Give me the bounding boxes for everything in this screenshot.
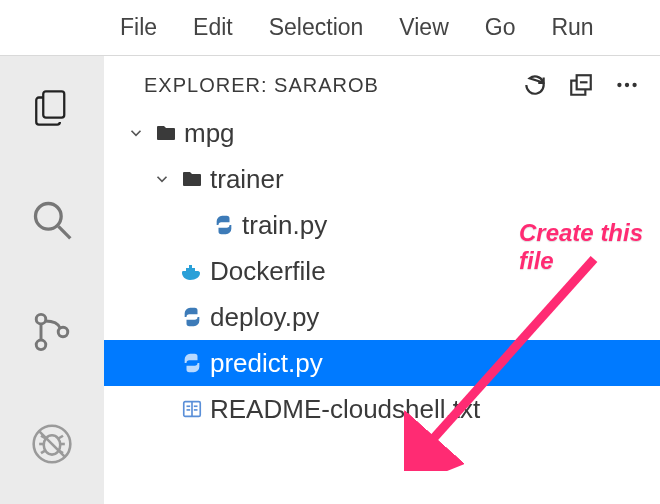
tree-folder-mpg[interactable]: mpg bbox=[104, 110, 660, 156]
svg-point-3 bbox=[36, 314, 46, 324]
search-activity-icon[interactable] bbox=[24, 192, 80, 248]
text-file-icon bbox=[176, 398, 208, 420]
menu-go[interactable]: Go bbox=[485, 14, 516, 41]
python-file-icon bbox=[208, 214, 240, 236]
svg-line-13 bbox=[41, 450, 46, 453]
debug-disabled-activity-icon[interactable] bbox=[24, 416, 80, 472]
explorer-title: EXPLORER: SARAROB bbox=[144, 74, 522, 97]
tree-label: predict.py bbox=[208, 348, 323, 379]
tree-label: mpg bbox=[182, 118, 235, 149]
explorer-sidebar: EXPLORER: SARAROB mpg bbox=[104, 56, 660, 504]
tree-label: train.py bbox=[240, 210, 327, 241]
tree-label: README-cloudshell.txt bbox=[208, 394, 480, 425]
explorer-activity-icon[interactable] bbox=[24, 80, 80, 136]
tree-file-predict[interactable]: predict.py bbox=[104, 340, 660, 386]
svg-point-18 bbox=[625, 83, 629, 87]
menu-file[interactable]: File bbox=[120, 14, 157, 41]
tree-folder-trainer[interactable]: trainer bbox=[104, 156, 660, 202]
folder-icon bbox=[176, 167, 208, 191]
python-file-icon bbox=[176, 306, 208, 328]
python-file-icon bbox=[176, 352, 208, 374]
tree-file-dockerfile[interactable]: Dockerfile bbox=[104, 248, 660, 294]
tree-label: deploy.py bbox=[208, 302, 319, 333]
svg-point-5 bbox=[58, 327, 68, 337]
chevron-down-icon bbox=[122, 124, 150, 142]
svg-rect-0 bbox=[43, 91, 64, 117]
refresh-icon[interactable] bbox=[522, 72, 548, 98]
tree-file-readme[interactable]: README-cloudshell.txt bbox=[104, 386, 660, 432]
svg-line-2 bbox=[58, 226, 70, 238]
menu-edit[interactable]: Edit bbox=[193, 14, 233, 41]
menu-selection[interactable]: Selection bbox=[269, 14, 364, 41]
svg-point-17 bbox=[617, 83, 621, 87]
docker-file-icon bbox=[176, 259, 208, 283]
explorer-header: EXPLORER: SARAROB bbox=[104, 56, 660, 110]
file-tree: mpg trainer train.py Dockerfile deploy.p bbox=[104, 110, 660, 432]
svg-point-1 bbox=[36, 204, 62, 230]
more-icon[interactable] bbox=[614, 72, 640, 98]
activity-bar bbox=[0, 56, 104, 504]
svg-point-4 bbox=[36, 340, 46, 350]
menu-bar: File Edit Selection View Go Run bbox=[0, 0, 660, 56]
menu-run[interactable]: Run bbox=[551, 14, 593, 41]
chevron-down-icon bbox=[148, 170, 176, 188]
tree-label: trainer bbox=[208, 164, 284, 195]
menu-view[interactable]: View bbox=[399, 14, 448, 41]
collapse-all-icon[interactable] bbox=[568, 72, 594, 98]
tree-label: Dockerfile bbox=[208, 256, 326, 287]
source-control-activity-icon[interactable] bbox=[24, 304, 80, 360]
tree-file-train[interactable]: train.py bbox=[104, 202, 660, 248]
svg-line-12 bbox=[58, 436, 63, 439]
svg-point-19 bbox=[632, 83, 636, 87]
folder-icon bbox=[150, 121, 182, 145]
tree-file-deploy[interactable]: deploy.py bbox=[104, 294, 660, 340]
